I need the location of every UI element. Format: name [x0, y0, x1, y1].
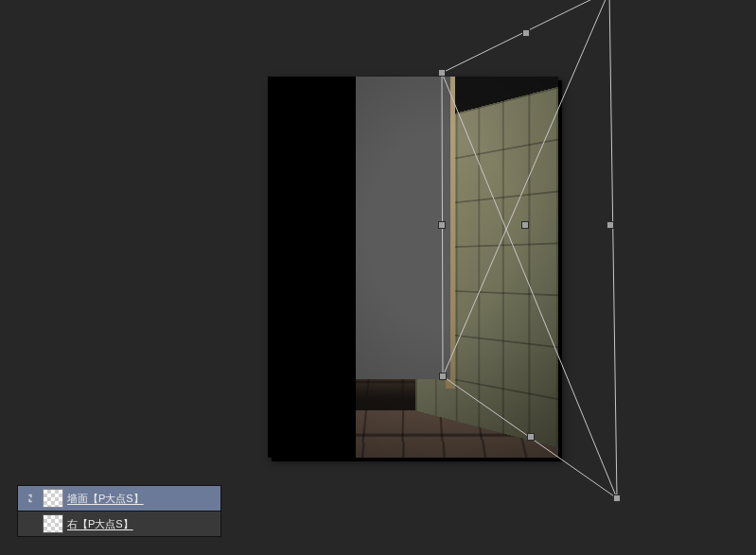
layer-label: 墙面【P大点S】 — [67, 492, 144, 506]
transform-handle-bm[interactable] — [528, 434, 534, 440]
transform-handle-br[interactable] — [614, 495, 620, 501]
layer-label: 右【P大点S】 — [67, 517, 133, 531]
layer-row[interactable]: 墙面【P大点S】 — [17, 485, 221, 512]
layer-thumbnail[interactable] — [43, 514, 63, 533]
transform-handle-tm[interactable] — [523, 30, 529, 36]
transform-handle-ml[interactable] — [439, 222, 445, 228]
transform-handle-mr[interactable] — [607, 222, 613, 228]
vignette — [268, 77, 558, 458]
transform-handle-bl[interactable] — [440, 373, 446, 379]
link-icon — [18, 494, 43, 503]
layer-row[interactable]: 右【P大点S】 — [17, 511, 221, 537]
transform-handle-tl[interactable] — [439, 70, 445, 76]
transform-edge[interactable] — [442, 0, 609, 73]
document-canvas[interactable] — [268, 77, 558, 458]
layers-panel: 墙面【P大点S】 右【P大点S】 — [17, 486, 221, 537]
transform-edge[interactable] — [609, 0, 617, 498]
transform-handle-c[interactable] — [522, 222, 528, 228]
layer-thumbnail[interactable] — [43, 489, 63, 508]
